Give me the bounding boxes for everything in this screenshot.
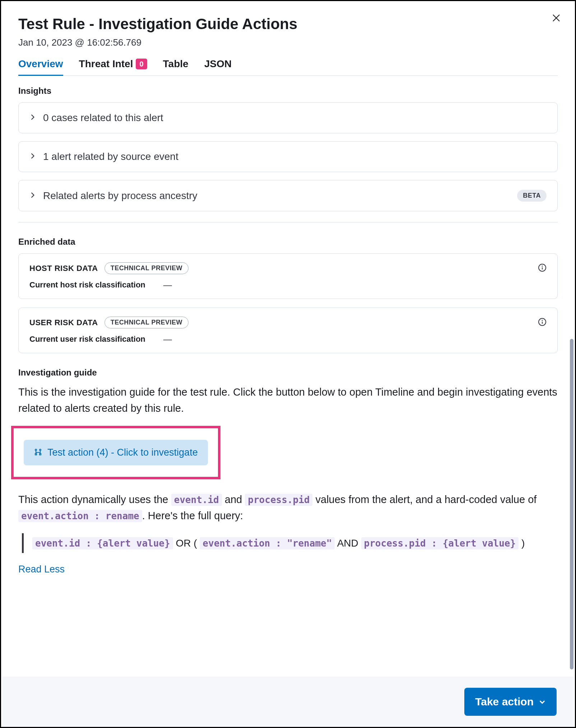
info-icon[interactable]	[538, 318, 547, 328]
take-action-button[interactable]: Take action	[464, 688, 557, 716]
technical-preview-badge: TECHNICAL PREVIEW	[104, 317, 189, 328]
accordion-label: Related alerts by process ancestry	[43, 190, 198, 202]
chevron-down-icon	[539, 698, 546, 705]
scrollbar[interactable]	[570, 339, 573, 669]
host-risk-panel: HOST RISK DATA TECHNICAL PREVIEW Current…	[18, 253, 558, 299]
chevron-right-icon	[29, 153, 36, 161]
user-risk-label: Current user risk classification	[29, 335, 145, 344]
tab-threat-intel[interactable]: Threat Intel 0	[79, 58, 147, 75]
tab-overview[interactable]: Overview	[18, 58, 63, 75]
host-risk-value: —	[163, 280, 172, 290]
take-action-label: Take action	[475, 696, 534, 708]
svg-point-7	[40, 449, 41, 451]
query-code: process.pid : {alert value}	[361, 537, 519, 549]
svg-point-5	[542, 320, 543, 321]
scrollbar-thumb[interactable]	[570, 339, 573, 669]
investigate-button-label: Test action (4) - Click to investigate	[47, 447, 198, 458]
tab-threat-intel-label: Threat Intel	[79, 58, 133, 70]
timestamp: Jan 10, 2023 @ 16:02:56.769	[18, 37, 558, 48]
tab-table[interactable]: Table	[163, 58, 189, 75]
read-less-button[interactable]: Read Less	[18, 564, 65, 575]
accordion-label: 1 alert related by source event	[43, 151, 178, 162]
chevron-right-icon	[29, 114, 36, 122]
accordion-ancestry[interactable]: Related alerts by process ancestry BETA	[18, 180, 558, 211]
user-risk-panel: USER RISK DATA TECHNICAL PREVIEW Current…	[18, 308, 558, 353]
code-event-id: event.id	[171, 494, 222, 506]
host-risk-title: HOST RISK DATA	[29, 264, 98, 273]
close-icon	[552, 14, 561, 22]
tab-json[interactable]: JSON	[204, 58, 232, 75]
guide-description: This action dynamically uses the event.i…	[18, 492, 558, 524]
query-code: event.action : "rename"	[200, 537, 335, 549]
footer: Take action	[2, 677, 574, 727]
query-block: event.id : {alert value} OR ( event.acti…	[22, 533, 558, 553]
user-risk-title: USER RISK DATA	[29, 318, 98, 327]
code-process-pid: process.pid	[245, 494, 312, 506]
svg-point-6	[35, 449, 37, 451]
highlight-box: Test action (4) - Click to investigate	[11, 426, 220, 479]
accordion-source-event[interactable]: 1 alert related by source event	[18, 141, 558, 172]
info-icon[interactable]	[538, 263, 547, 273]
guide-heading: Investigation guide	[18, 368, 558, 378]
page-title: Test Rule - Investigation Guide Actions	[18, 15, 558, 33]
chevron-right-icon	[29, 192, 36, 200]
beta-badge: BETA	[517, 190, 547, 202]
code-event-action: event.action : rename	[18, 510, 142, 522]
timeline-icon	[34, 448, 42, 457]
guide-intro: This is the investigation guide for the …	[18, 384, 558, 416]
divider	[18, 222, 558, 222]
svg-point-2	[542, 266, 543, 266]
insights-heading: Insights	[18, 86, 558, 96]
enriched-heading: Enriched data	[18, 237, 558, 247]
accordion-cases[interactable]: 0 cases related to this alert	[18, 102, 558, 133]
svg-rect-9	[40, 453, 41, 455]
close-button[interactable]	[552, 13, 561, 24]
accordion-label: 0 cases related to this alert	[43, 112, 163, 124]
technical-preview-badge: TECHNICAL PREVIEW	[104, 262, 189, 274]
tabs: Overview Threat Intel 0 Table JSON	[18, 58, 558, 76]
investigate-button[interactable]: Test action (4) - Click to investigate	[24, 440, 208, 465]
threat-intel-badge: 0	[136, 59, 147, 69]
svg-rect-8	[35, 453, 37, 455]
query-code: event.id : {alert value}	[32, 537, 173, 549]
host-risk-label: Current host risk classification	[29, 280, 145, 290]
user-risk-value: —	[163, 334, 172, 344]
